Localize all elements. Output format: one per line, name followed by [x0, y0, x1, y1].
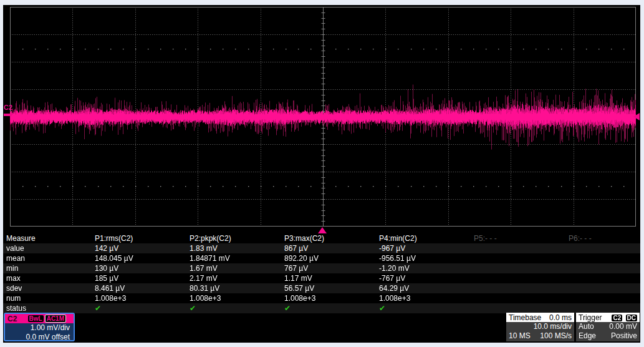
min-p1: 130 µV [95, 263, 190, 273]
value-p5 [474, 243, 569, 253]
channel-c2-left-label: C2 [4, 104, 12, 111]
coupling-badge: AC1M [45, 315, 66, 323]
measure-col-header-p2[interactable]: P2:pkpk(C2) [190, 233, 284, 243]
measure-table: Measure P1:rms(C2) P2:pkpk(C2) P3:max(C2… [3, 233, 640, 313]
min-p3: 767 µV [284, 263, 379, 273]
measure-row-value: value 142 µV 1.83 mV 867 µV -967 µV [3, 243, 640, 253]
row-label-mean: mean [3, 253, 95, 263]
sdev-p5 [474, 283, 569, 293]
row-label-value: value [3, 243, 95, 253]
measure-col-header-p6[interactable]: P6:- - - [569, 233, 640, 243]
status-check-icon-p4: ✔ [379, 303, 474, 313]
num-p2: 1.008e+3 [190, 293, 284, 303]
measure-header-row: Measure P1:rms(C2) P2:pkpk(C2) P3:max(C2… [3, 233, 640, 243]
trigger-level-marker-icon[interactable] [633, 113, 640, 120]
channel-c2-name: C2 [7, 315, 27, 323]
trigger-header[interactable]: Trigger C2 DC [576, 313, 640, 322]
measure-row-num: num 1.008e+3 1.008e+3 1.008e+3 1.008e+3 [3, 293, 640, 303]
value-p1: 142 µV [95, 243, 190, 253]
trigger-type: Edge [579, 331, 596, 341]
value-p4: -967 µV [379, 243, 474, 253]
trigger-level: 0.00 mV [609, 322, 637, 331]
max-p2: 2.17 mV [190, 273, 284, 283]
sdev-p3: 56.57 µV [284, 283, 379, 293]
trigger-slope: Positive [611, 331, 637, 341]
row-label-min: min [3, 263, 95, 273]
value-p2: 1.83 mV [190, 243, 284, 253]
channel-c2-descriptor-box[interactable]: C2 BwL AC1M 1.00 mV/div 0.0 mV offset [4, 313, 75, 341]
trigger-badges: C2 DC [610, 313, 637, 322]
row-label-sdev: sdev [3, 283, 95, 293]
timebase-record-length: 10 MS [509, 331, 531, 341]
mean-p3: 892.20 µV [284, 253, 379, 263]
status-check-icon-p3: ✔ [284, 303, 379, 313]
channel-zero-level-bar [4, 114, 12, 116]
scope-screen: C2 Measure P1:rms(C2) P2:pkpk(C2) P3:max… [3, 5, 640, 343]
trigger-mode-line: Auto 0.00 mV [576, 322, 640, 331]
waveform-canvas[interactable] [10, 7, 636, 227]
value-p3: 867 µV [284, 243, 379, 253]
measure-corner-label: Measure [3, 233, 95, 243]
status-check-icon-p2: ✔ [190, 303, 284, 313]
waveform-plot[interactable] [10, 7, 636, 227]
timebase-sampling-line: 10 MS 100 MS/s [506, 331, 574, 341]
mean-p1: 148.045 µV [95, 253, 190, 263]
measure-row-min: min 130 µV 1.67 mV 767 µV -1.20 mV [3, 263, 640, 273]
measure-col-header-p5[interactable]: P5:- - - [474, 233, 569, 243]
row-label-status: status [3, 303, 95, 313]
measure-row-status: status ✔ ✔ ✔ ✔ [3, 303, 640, 313]
sdev-p1: 8.461 µV [95, 283, 190, 293]
channel-c2-scale: 1.00 mV/div [5, 323, 74, 333]
measure-col-header-p1[interactable]: P1:rms(C2) [95, 233, 190, 243]
timebase-header[interactable]: Timebase 0.0 ms [506, 313, 574, 322]
max-p6 [569, 273, 640, 283]
timebase-scale: 10.0 ms/div [509, 322, 572, 331]
trigger-mode: Auto [579, 322, 594, 331]
status-check-icon-p6 [569, 303, 640, 313]
measure-col-header-p3[interactable]: P3:max(C2) [284, 233, 379, 243]
trigger-descriptor-box[interactable]: Trigger C2 DC Auto 0.00 mV Edge Positive [576, 313, 640, 341]
min-p5 [474, 263, 569, 273]
status-check-icon-p5 [474, 303, 569, 313]
channel-c2-descriptor-header[interactable]: C2 BwL AC1M [5, 314, 74, 323]
channel-c2-offset: 0.0 mV offset [5, 333, 74, 341]
status-check-icon-p1: ✔ [95, 303, 190, 313]
bandwidth-limit-badge: BwL [28, 315, 44, 322]
mean-p5 [474, 253, 569, 263]
trigger-time-marker-icon[interactable] [318, 227, 327, 233]
max-p3: 1.17 mV [284, 273, 379, 283]
trigger-title: Trigger [579, 313, 602, 322]
value-p6 [569, 243, 640, 253]
measure-col-header-p4[interactable]: P4:min(C2) [379, 233, 474, 243]
timebase-scale-line: 10.0 ms/div [506, 322, 574, 331]
row-label-max: max [3, 273, 95, 283]
trigger-type-line: Edge Positive [576, 331, 640, 341]
num-p1: 1.008e+3 [95, 293, 190, 303]
timebase-sample-rate: 100 MS/s [540, 331, 572, 341]
sdev-p4: 64.29 µV [379, 283, 474, 293]
trigger-coupling-badge: DC [626, 315, 637, 321]
sdev-p2: 80.31 µV [190, 283, 284, 293]
num-p4: 1.008e+3 [379, 293, 474, 303]
num-p5 [474, 293, 569, 303]
trigger-source-badge: C2 [612, 315, 622, 321]
measure-row-mean: mean 148.045 µV 1.84871 mV 892.20 µV -95… [3, 253, 640, 263]
sdev-p6 [569, 283, 640, 293]
oscilloscope-app: { "accent_pink": "#f5078c", "waveform": … [0, 0, 644, 347]
num-p6 [569, 293, 640, 303]
mean-p6 [569, 253, 640, 263]
min-p4: -1.20 mV [379, 263, 474, 273]
mean-p2: 1.84871 mV [190, 253, 284, 263]
measure-row-sdev: sdev 8.461 µV 80.31 µV 56.57 µV 64.29 µV [3, 283, 640, 293]
measure-row-max: max 185 µV 2.17 mV 1.17 mV -767 µV [3, 273, 640, 283]
timebase-position: 0.0 ms [549, 313, 572, 322]
timebase-descriptor-box[interactable]: Timebase 0.0 ms 10.0 ms/div 10 MS 100 MS… [506, 313, 574, 341]
num-p3: 1.008e+3 [284, 293, 379, 303]
timebase-title: Timebase [509, 313, 541, 322]
max-p1: 185 µV [95, 273, 190, 283]
max-p4: -767 µV [379, 273, 474, 283]
channel-c2-level-marker[interactable]: C2 [4, 104, 12, 116]
min-p2: 1.67 mV [190, 263, 284, 273]
max-p5 [474, 273, 569, 283]
mean-p4: -956.51 µV [379, 253, 474, 263]
